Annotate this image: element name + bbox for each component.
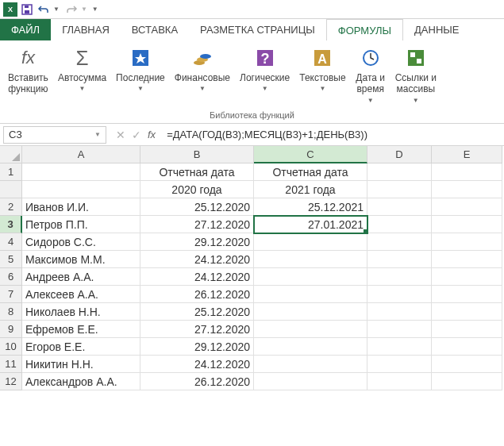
cell[interactable] xyxy=(432,251,502,268)
cell[interactable]: 26.12.2020 xyxy=(140,286,254,303)
cell[interactable]: Никитин Н.Н. xyxy=(22,356,140,373)
cell[interactable] xyxy=(22,163,140,181)
column-header[interactable]: B xyxy=(140,146,254,163)
datetime-button[interactable]: Дата ивремя ▼ xyxy=(351,44,391,109)
row-header[interactable]: 5 xyxy=(0,251,22,268)
cell[interactable]: 25.12.2020 xyxy=(140,303,254,321)
name-box[interactable]: C3 ▼ xyxy=(3,126,106,144)
cell[interactable] xyxy=(367,163,432,181)
cell[interactable]: 25.12.2020 xyxy=(140,198,254,216)
tab-data[interactable]: ДАННЫЕ xyxy=(403,19,470,40)
active-cell[interactable]: 27.01.2021 xyxy=(254,216,367,233)
qat-customize-icon[interactable]: ▼ xyxy=(92,6,98,13)
tab-insert[interactable]: ВСТАВКА xyxy=(121,19,189,40)
cell[interactable]: 24.12.2020 xyxy=(140,251,254,268)
row-header[interactable] xyxy=(0,181,22,198)
cell[interactable]: 29.12.2020 xyxy=(140,338,254,356)
cell[interactable]: Отчетная дата xyxy=(254,163,367,181)
enter-icon[interactable]: ✓ xyxy=(132,129,141,141)
cell[interactable]: Александров А.А. xyxy=(22,373,140,390)
tab-layout[interactable]: РАЗМЕТКА СТРАНИЦЫ xyxy=(189,19,326,40)
cell[interactable] xyxy=(367,356,432,373)
redo-dropdown-icon[interactable]: ▼ xyxy=(81,6,87,13)
select-all-button[interactable] xyxy=(0,146,22,163)
formula-input[interactable]: =ДАТА(ГОД(B3);МЕСЯЦ(B3)+1;ДЕНЬ(B3)) xyxy=(162,126,504,144)
cell[interactable] xyxy=(432,373,502,390)
cell[interactable] xyxy=(254,251,367,268)
cell[interactable] xyxy=(367,233,432,251)
row-header[interactable]: 8 xyxy=(0,303,22,321)
cell[interactable]: Иванов И.И. xyxy=(22,198,140,216)
cell[interactable]: 24.12.2020 xyxy=(140,268,254,286)
cell[interactable] xyxy=(367,373,432,390)
save-icon[interactable] xyxy=(20,2,34,17)
cell[interactable] xyxy=(254,338,367,356)
row-header[interactable]: 11 xyxy=(0,356,22,373)
cell[interactable]: Ефремов Е.Е. xyxy=(22,321,140,338)
cell[interactable]: Сидоров С.С. xyxy=(22,233,140,251)
row-header[interactable]: 12 xyxy=(0,373,22,390)
cell[interactable] xyxy=(432,233,502,251)
insert-function-button[interactable]: fx Вставитьфункцию xyxy=(3,44,53,109)
cell[interactable] xyxy=(432,286,502,303)
row-header[interactable]: 7 xyxy=(0,286,22,303)
cell[interactable]: Максимов М.М. xyxy=(22,251,140,268)
undo-icon[interactable] xyxy=(37,2,51,17)
column-header[interactable]: D xyxy=(367,146,432,163)
cell[interactable] xyxy=(432,268,502,286)
financial-button[interactable]: Финансовые ▼ xyxy=(170,44,235,109)
cell[interactable]: 2021 года xyxy=(254,181,367,198)
cell[interactable]: Николаев Н.Н. xyxy=(22,303,140,321)
row-header[interactable]: 3 xyxy=(0,216,22,233)
cell[interactable] xyxy=(367,321,432,338)
cell[interactable] xyxy=(254,303,367,321)
cell[interactable]: Андреев А.А. xyxy=(22,268,140,286)
row-header[interactable]: 9 xyxy=(0,321,22,338)
tab-formulas[interactable]: ФОРМУЛЫ xyxy=(326,19,403,40)
cell[interactable] xyxy=(367,268,432,286)
row-header[interactable]: 6 xyxy=(0,268,22,286)
cell[interactable] xyxy=(432,198,502,216)
cell[interactable]: 24.12.2020 xyxy=(140,356,254,373)
cell[interactable] xyxy=(254,373,367,390)
row-header[interactable]: 1 xyxy=(0,163,22,181)
tab-home[interactable]: ГЛАВНАЯ xyxy=(51,19,121,40)
cell[interactable]: 25.12.2021 xyxy=(254,198,367,216)
cell[interactable]: 26.12.2020 xyxy=(140,373,254,390)
row-header[interactable]: 4 xyxy=(0,233,22,251)
cell[interactable]: Отчетная дата xyxy=(140,163,254,181)
cell[interactable] xyxy=(432,163,502,181)
recent-button[interactable]: Последние ▼ xyxy=(111,44,170,109)
cell[interactable]: 27.12.2020 xyxy=(140,321,254,338)
logical-button[interactable]: ? Логические ▼ xyxy=(235,44,294,109)
cell[interactable]: Егоров Е.Е. xyxy=(22,338,140,356)
undo-dropdown-icon[interactable]: ▼ xyxy=(53,6,60,13)
cell[interactable] xyxy=(432,356,502,373)
cell[interactable]: 29.12.2020 xyxy=(140,233,254,251)
chevron-down-icon[interactable]: ▼ xyxy=(94,131,101,138)
cancel-icon[interactable]: ✕ xyxy=(116,129,125,141)
cell[interactable]: 2020 года xyxy=(140,181,254,198)
cell[interactable] xyxy=(367,198,432,216)
cell[interactable] xyxy=(367,303,432,321)
column-header[interactable]: C xyxy=(254,146,367,163)
cell[interactable]: Алексеев А.А. xyxy=(22,286,140,303)
autosum-button[interactable]: Σ Автосумма ▼ xyxy=(53,44,111,109)
cell[interactable] xyxy=(367,251,432,268)
cell[interactable] xyxy=(254,268,367,286)
redo-icon[interactable] xyxy=(64,2,79,17)
cell[interactable] xyxy=(367,286,432,303)
cell[interactable] xyxy=(432,181,502,198)
cell[interactable] xyxy=(432,321,502,338)
text-button[interactable]: A Текстовые ▼ xyxy=(294,44,350,109)
lookup-button[interactable]: Ссылки имассивы ▼ xyxy=(391,44,441,109)
column-header[interactable]: E xyxy=(432,146,502,163)
cell[interactable] xyxy=(254,321,367,338)
cell[interactable]: Петров П.П. xyxy=(22,216,140,233)
cell[interactable] xyxy=(254,286,367,303)
cell[interactable] xyxy=(367,338,432,356)
tab-file[interactable]: ФАЙЛ xyxy=(0,19,51,40)
cell[interactable] xyxy=(432,338,502,356)
cell[interactable] xyxy=(432,216,502,233)
fx-icon[interactable]: fx xyxy=(148,129,156,140)
